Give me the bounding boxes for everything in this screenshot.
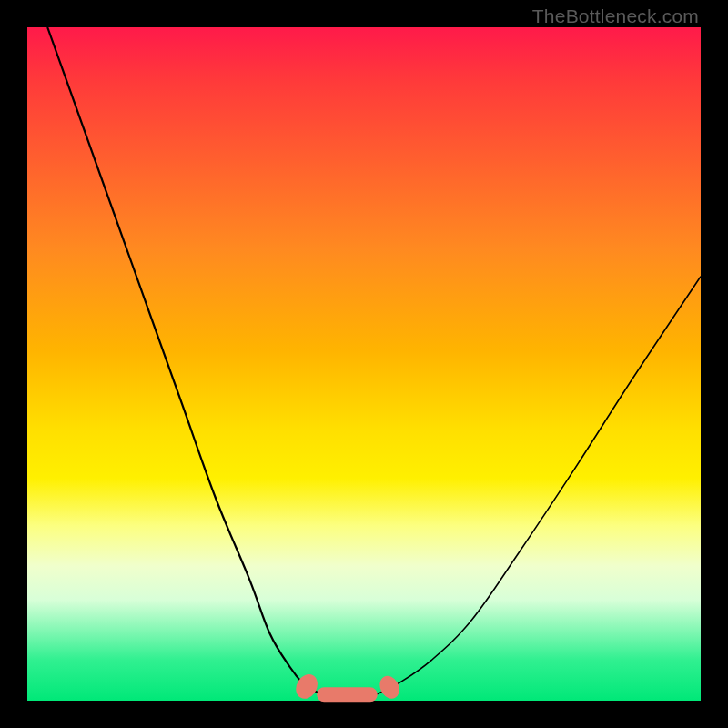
right-curve <box>378 277 701 694</box>
floor-bead-bar <box>317 687 378 702</box>
plot-area <box>27 27 701 701</box>
attribution-label: TheBottleneck.com <box>532 5 699 27</box>
right-bead <box>376 672 403 702</box>
left-curve <box>47 27 323 694</box>
curve-layer <box>27 27 701 701</box>
chart-canvas: TheBottleneck.com <box>0 0 728 728</box>
